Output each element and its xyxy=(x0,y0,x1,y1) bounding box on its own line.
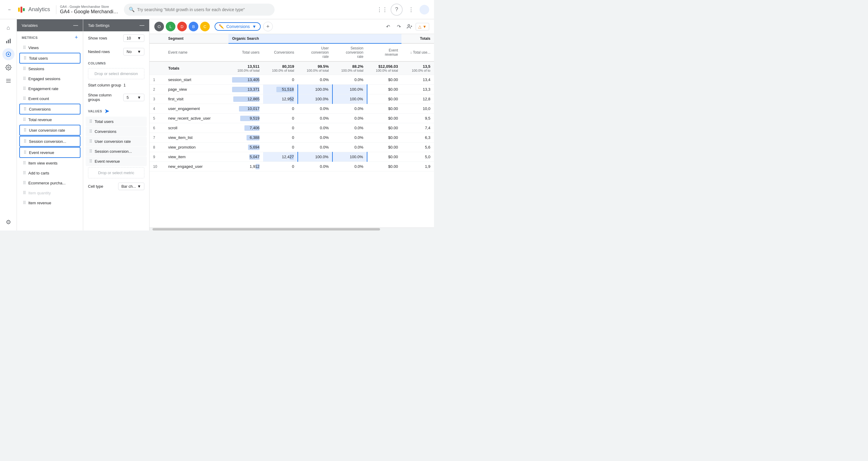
value-item-conversions[interactable]: ⠿Conversions xyxy=(86,127,147,136)
topbar-actions: ⋮⋮ ? ⋮ xyxy=(376,4,429,16)
arrow-icon: ➤ xyxy=(104,108,110,115)
nav-home[interactable]: ⌂ xyxy=(2,22,14,34)
row-total-users: 5,047 xyxy=(228,152,263,162)
add-metric-button[interactable]: + xyxy=(263,22,273,31)
row-right: 12,8 xyxy=(401,94,434,104)
metric-item-item-quantity[interactable]: ⠿Item quantity xyxy=(19,188,81,198)
show-col-groups-select[interactable]: 5 ▼ xyxy=(123,94,144,101)
nav-configure[interactable] xyxy=(2,61,14,73)
redo-button[interactable]: ↷ xyxy=(394,22,404,31)
scrollbar-area[interactable] xyxy=(150,227,434,230)
col-session-conv-rate: Sessionconversionrate xyxy=(333,43,367,61)
variables-header: Variables — xyxy=(17,19,83,31)
row-event: new_engaged_user xyxy=(164,162,228,172)
metric-item-total-users[interactable]: ⠿Total users xyxy=(19,53,81,64)
metric-item-add-to-carts[interactable]: ⠿Add to carts xyxy=(19,168,81,178)
metric-item-ecommerce-purcha---[interactable]: ⠿Ecommerce purcha... xyxy=(19,178,81,188)
col-headers-row: Event name Total users Conversions Userc… xyxy=(150,43,434,61)
metric-item-engagement-rate[interactable]: ⠿Engagement rate xyxy=(19,84,81,93)
metric-item-sessions[interactable]: ⠿Sessions xyxy=(19,64,81,73)
nav-settings[interactable]: ⚙ xyxy=(2,216,14,228)
row-session-conv-rate: 0.0% xyxy=(333,104,367,114)
metric-item-item-revenue[interactable]: ⠿Item revenue xyxy=(19,198,81,208)
help-button[interactable]: ? xyxy=(391,4,403,16)
drop-metric-zone[interactable]: Drop or select metric xyxy=(88,167,144,178)
horizontal-scrollbar[interactable] xyxy=(153,228,380,230)
start-col-group-value: 1 xyxy=(124,83,126,87)
row-total-users: 6,388 xyxy=(228,133,263,143)
metric-item-event-count[interactable]: ⠿Event count xyxy=(19,94,81,103)
row-num: 5 xyxy=(150,114,164,123)
metric-label: Add to carts xyxy=(28,171,49,175)
row-num: 10 xyxy=(150,162,164,172)
table-row: 6 scroll 7,406 0 0.0% 0.0% $0.00 7,4 xyxy=(150,123,434,133)
segment-btn-b[interactable]: B xyxy=(189,22,198,31)
nested-rows-select[interactable]: No ▼ xyxy=(123,48,144,56)
metrics-header: METRICS + xyxy=(17,31,83,42)
variables-minimize[interactable]: — xyxy=(73,23,78,28)
search-box[interactable]: 🔍 xyxy=(124,4,275,16)
metric-item-user-conversion-rate[interactable]: ⠿User conversion rate xyxy=(19,125,81,135)
more-button[interactable]: ⋮ xyxy=(405,4,417,16)
user-add-button[interactable] xyxy=(405,22,414,31)
drag-icon: ⠿ xyxy=(23,171,26,175)
avatar[interactable] xyxy=(420,5,429,14)
svg-rect-0 xyxy=(6,41,7,43)
metric-item-conversions[interactable]: ⠿Conversions xyxy=(19,104,81,115)
metric-item-event-revenue[interactable]: ⠿Event revenue xyxy=(19,147,81,158)
metric-item-item-view-events[interactable]: ⠿Item view events xyxy=(19,158,81,168)
show-col-groups-value: 5 xyxy=(127,95,129,100)
nav-explore[interactable] xyxy=(2,48,14,60)
metrics-add-button[interactable]: + xyxy=(75,34,78,41)
totals-conversions: 80,319 100.0% of total xyxy=(263,61,298,75)
row-user-conv-rate: 0.0% xyxy=(298,123,333,133)
tab-settings-header: Tab Settings — xyxy=(83,19,149,31)
drag-icon: ⠿ xyxy=(23,117,26,122)
segment-btn-o[interactable]: O xyxy=(154,22,164,31)
nav-admin[interactable] xyxy=(2,75,14,87)
cell-type-select[interactable]: Bar ch... ▼ xyxy=(118,183,144,190)
undo-button[interactable]: ↶ xyxy=(383,22,393,31)
segment-btn-l[interactable]: L xyxy=(166,22,176,31)
pencil-icon: ✏️ xyxy=(219,24,224,29)
value-item-session-conversion---[interactable]: ⠿Session conversion... xyxy=(86,147,147,156)
segment-header-empty xyxy=(150,34,164,43)
row-right: 6,3 xyxy=(401,133,434,143)
nav-reports[interactable] xyxy=(2,35,14,47)
drag-icon: ⠿ xyxy=(24,128,27,132)
metric-label: Total users xyxy=(29,56,48,61)
grid-button[interactable]: ⋮⋮ xyxy=(376,4,388,16)
row-num: 3 xyxy=(150,94,164,104)
tab-settings-content: Show rows 10 ▼ Nested rows No ▼ COLUMNS … xyxy=(83,31,149,230)
drag-icon: ⠿ xyxy=(23,201,26,205)
variables-title: Variables xyxy=(22,23,38,28)
metric-item-total-revenue[interactable]: ⠿Total revenue xyxy=(19,115,81,124)
value-item-total-users[interactable]: ⠿Total users xyxy=(86,117,147,126)
warning-button[interactable]: △ ▼ xyxy=(415,23,429,30)
drag-icon: ⠿ xyxy=(23,96,26,101)
value-item-event-revenue[interactable]: ⠿Event revenue xyxy=(86,156,147,166)
tab-settings-minimize[interactable]: — xyxy=(140,23,144,28)
show-rows-select[interactable]: 10 ▼ xyxy=(123,34,144,42)
show-rows-value: 10 xyxy=(127,36,131,40)
columns-label: COLUMNS xyxy=(83,58,149,67)
back-button[interactable]: ← xyxy=(5,5,14,14)
drop-dimension-zone[interactable]: Drop or select dimension xyxy=(88,68,144,79)
warning-chevron: ▼ xyxy=(423,24,427,29)
row-num: 1 xyxy=(150,75,164,85)
metric-item-engaged-sessions[interactable]: ⠿Engaged sessions xyxy=(19,74,81,84)
search-icon: 🔍 xyxy=(129,7,135,12)
segment-btn-d[interactable]: D xyxy=(177,22,187,31)
metric-item-session-conversion---[interactable]: ⠿Session conversion... xyxy=(19,136,81,147)
nested-rows-setting: Nested rows No ▼ xyxy=(83,45,149,58)
svg-rect-2 xyxy=(10,39,10,43)
metric-item-views[interactable]: ⠿Views xyxy=(19,43,81,53)
value-item-user-conversion-rate[interactable]: ⠿User conversion rate xyxy=(86,136,147,146)
metric-dropdown[interactable]: ✏️ Conversions ▼ xyxy=(215,22,261,31)
segment-btn-c[interactable]: C xyxy=(200,22,210,31)
topbar-divider xyxy=(56,5,56,14)
row-total-users: 13,371 xyxy=(228,85,263,94)
svg-point-5 xyxy=(7,67,9,68)
search-input[interactable] xyxy=(137,7,270,12)
metric-label: User conversion rate xyxy=(29,128,65,132)
